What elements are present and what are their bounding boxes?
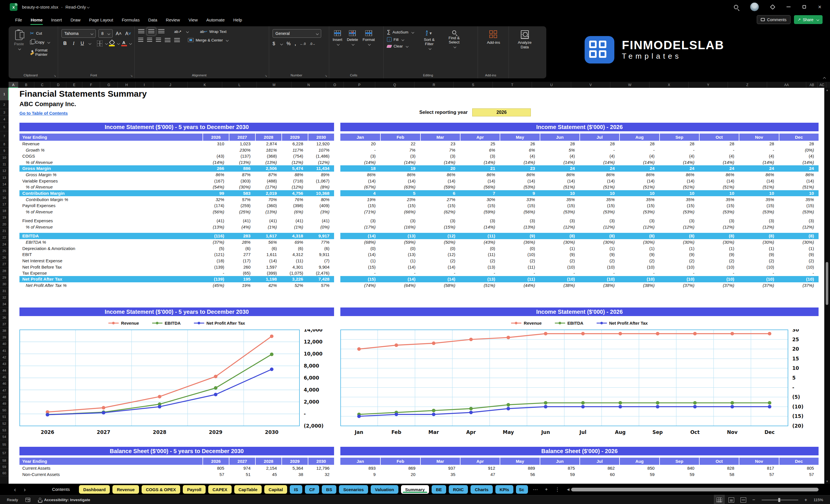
table-cell[interactable]: 869 [380,466,420,471]
dialog-launcher-icon[interactable]: ↘ [325,74,327,77]
table-cell[interactable]: (37%) [739,283,778,288]
column-header-f[interactable]: F [83,82,100,88]
chevron-down-icon[interactable] [186,30,189,33]
row-header-58[interactable]: 58 [0,458,8,464]
row-header-53[interactable]: 53 [0,427,8,434]
paste-button[interactable]: Paste [12,29,26,50]
row-header-54[interactable]: 54 [0,434,8,440]
table-cell[interactable]: (4) [699,154,739,158]
table-cell[interactable]: 583 [229,191,255,196]
menu-tab-page-layout[interactable]: Page Layout [85,15,117,25]
table-cell[interactable]: 32 [308,472,334,477]
table-header-2029[interactable]: 2029 [281,458,308,465]
autosum-button[interactable]: ∑AutoSum [387,29,414,35]
table-cell[interactable]: (6) [255,246,281,251]
horizontal-scrollbar[interactable]: ◀ [567,487,819,492]
table-cell[interactable]: 86% [699,172,739,177]
table-cell[interactable]: 35% [699,197,739,202]
table-cell[interactable]: 80% [308,197,334,202]
page-break-view-button[interactable] [740,497,746,503]
table-cell[interactable]: 57 [202,472,229,477]
table-cell[interactable]: 6 [420,191,460,196]
table-cell[interactable]: 21 [460,166,500,171]
table-cell[interactable]: (14) [340,233,380,239]
table-cell[interactable]: (30%) [659,240,699,245]
premium-diamond-icon[interactable] [770,4,775,9]
table-cell[interactable]: - [579,148,619,153]
copy-button[interactable]: Copy [30,40,55,44]
table-cell[interactable]: (6) [229,246,255,251]
table-cell[interactable]: 86% [380,172,420,177]
table-cell[interactable]: (51%) [779,185,819,189]
table-cell[interactable]: (10) [779,277,819,282]
sheet-tab-captable[interactable]: CapTable [234,485,262,494]
table-cell[interactable]: 86% [202,172,229,177]
table-cell[interactable]: (3) [699,218,739,223]
table-cell[interactable]: (3) [579,218,619,223]
table-cell[interactable]: (14%) [380,160,420,165]
table-cell[interactable]: 58 [699,472,739,477]
table-cell[interactable]: 20 [340,141,380,146]
table-header-2027[interactable]: 2027 [229,458,255,465]
table-cell[interactable]: (14) [659,179,699,183]
vertical-scrollbar[interactable]: ▲ ▼ [824,88,830,484]
table-cell[interactable]: 42% [255,283,281,288]
table-header-2027[interactable]: 2027 [229,133,255,141]
table-cell[interactable]: (11) [500,264,539,270]
table-cell[interactable]: (718) [281,179,308,183]
table-cell[interactable]: (2) [619,258,659,263]
chevron-down-icon[interactable] [87,5,90,8]
table-cell[interactable]: (41) [281,218,308,223]
table-cell[interactable]: 2,154 [255,466,281,471]
table-cell[interactable]: (59%) [420,185,460,189]
table-header-dec[interactable]: Dec [779,133,819,141]
table-cell[interactable]: (4) [540,154,579,158]
row-header-36[interactable]: 36 [0,314,8,321]
table-cell[interactable]: (1) [619,246,659,251]
table-cell[interactable]: 850 [619,466,659,471]
normal-view-button[interactable] [716,497,722,503]
table-cell[interactable]: 117% [281,148,308,153]
sheet-tab-cogs-opex[interactable]: COGS & OPEX [141,485,180,494]
table-cell[interactable]: (17%) [255,185,281,189]
table-cell[interactable]: (53%) [619,209,659,214]
table-cell[interactable]: (12%) [540,224,579,229]
bold-button[interactable]: B [62,41,68,46]
table-cell[interactable]: 9,917 [308,233,334,239]
table-cell[interactable]: 828 [699,466,739,471]
sheet-tab-charts[interactable]: Charts [471,485,493,494]
table-cell[interactable]: 86% [739,172,778,177]
table-cell[interactable]: (14%) [460,160,500,165]
table-cell[interactable]: - [659,271,699,276]
table-cell[interactable]: (16%) [380,224,420,229]
sheet-tab-capital[interactable]: Capital [264,485,287,494]
table-cell[interactable]: (3) [420,154,460,158]
row-header-40[interactable]: 40 [0,341,8,347]
table-cell[interactable]: (51%) [659,185,699,189]
row-header-25[interactable]: 25 [0,248,8,254]
row-header-1[interactable]: 1 [0,88,8,100]
table-cell[interactable]: (3) [340,154,380,158]
table-cell[interactable]: 59 [540,472,579,477]
row-header-50[interactable]: 50 [0,407,8,414]
table-cell[interactable]: 88% [281,172,308,177]
table-cell[interactable]: (30%) [779,240,819,245]
table-cell[interactable]: 87% [255,172,281,177]
table-cell[interactable]: (7) [308,258,334,263]
table-cell[interactable]: (14%) [540,160,579,165]
column-header-ac[interactable]: AC [818,82,826,88]
column-header-n[interactable]: N [291,82,326,88]
table-cell[interactable]: (398) [281,203,308,208]
row-header-44[interactable]: 44 [0,367,8,374]
table-cell[interactable]: (12%) [281,185,308,189]
dialog-launcher-icon[interactable]: ↘ [130,74,133,77]
table-cell[interactable]: (12%) [579,224,619,229]
table-cell[interactable]: (51%) [699,185,739,189]
table-cell[interactable]: (2) [699,258,739,263]
table-cell[interactable]: (409) [308,203,334,208]
table-cell[interactable]: 1,597 [255,264,281,270]
row-header-51[interactable]: 51 [0,414,8,420]
table-cell[interactable]: 35% [739,197,778,202]
table-cell[interactable]: (9) [619,252,659,257]
sheet-tab-revenue[interactable]: Revenue [113,485,139,494]
